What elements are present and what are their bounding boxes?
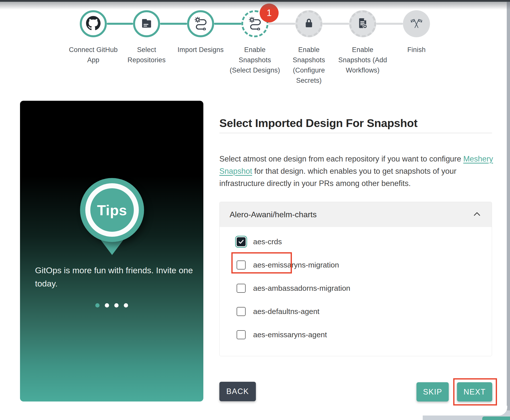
carousel-dot[interactable] <box>114 303 119 308</box>
step-label: Finish <box>407 45 425 55</box>
step-finish: Finish <box>389 10 443 55</box>
design-label: aes-defaultns-agent <box>253 307 319 316</box>
step-label: Connect GitHub App <box>66 45 120 65</box>
design-label: aes-emissaryns-agent <box>253 330 327 339</box>
top-shadow <box>0 2 510 10</box>
description-text: Select atmost one design from each repos… <box>219 153 493 190</box>
document-add-icon <box>357 17 369 30</box>
design-row: aes-defaultns-agent <box>220 300 492 323</box>
carousel-dot[interactable] <box>105 303 109 308</box>
github-icon <box>86 16 101 32</box>
repository-accordion-header[interactable]: Alero-Awani/helm-charts <box>220 202 492 227</box>
step-circle <box>80 10 107 37</box>
folder-icon <box>140 16 153 31</box>
description-before-link: Select atmost one design from each repos… <box>219 154 463 163</box>
title-divider <box>219 133 492 133</box>
step-circle <box>187 10 214 37</box>
lock-icon <box>303 18 315 30</box>
design-label: aes-crds <box>253 238 282 246</box>
tips-message: GitOps is more fun with friends. Invite … <box>35 264 195 290</box>
route-icon <box>248 16 262 31</box>
design-checkbox[interactable] <box>237 330 246 339</box>
tips-pin-ring: Tips <box>85 183 139 237</box>
step-circle <box>133 10 160 37</box>
tips-carousel-panel: Tips GitOps is more fun with friends. In… <box>20 101 203 402</box>
tips-pin-inner: Tips <box>90 188 134 232</box>
step-label: Enable Snapshots (Select Designs) <box>228 45 282 76</box>
skip-button[interactable]: SKIP <box>416 382 449 402</box>
tips-badge-text: Tips <box>97 202 127 218</box>
page-title: Select Imported Design For Snapshot <box>219 117 417 130</box>
step-label: Import Designs <box>178 45 224 55</box>
step-connect-github-app: Connect GitHub App <box>66 10 120 65</box>
wizard-stepper: Connect GitHub App Select Repositories <box>0 0 510 82</box>
back-button[interactable]: BACK <box>219 382 256 401</box>
tips-message-line: today. <box>35 277 195 290</box>
carousel-dot[interactable] <box>124 303 128 308</box>
step-label: Enable Snapshots (Add Workflows) <box>336 45 390 76</box>
design-label: aes-ambassadorns-migration <box>253 284 350 292</box>
step-enable-snapshots-add-workflows: Enable Snapshots (Add Workflows) <box>336 10 390 76</box>
design-row: aes-ambassadorns-migration <box>220 276 492 300</box>
route-icon <box>194 16 208 31</box>
design-checkbox[interactable] <box>237 307 246 316</box>
step-circle <box>403 10 430 37</box>
highlight-annotation-next-button <box>453 378 497 406</box>
design-list: aes-crds aes-emissaryns-migration aes-am… <box>220 227 492 346</box>
tips-pin: Tips <box>80 178 144 242</box>
highlight-annotation-checked-design <box>231 252 292 274</box>
scrollbar-track[interactable] <box>507 0 510 420</box>
carousel-dot-active[interactable] <box>95 303 100 308</box>
step-import-designs: Import Designs <box>174 10 228 55</box>
design-checkbox-checked[interactable] <box>237 237 246 246</box>
teal-bar <box>482 416 510 420</box>
step-select-repositories: Select Repositories <box>120 10 174 65</box>
chevron-up-icon[interactable] <box>473 211 481 218</box>
step-label: Select Repositories <box>120 45 174 65</box>
tips-message-line: GitOps is more fun with friends. Invite … <box>35 264 195 277</box>
carousel-dots <box>20 303 203 308</box>
gitops-setup-wizard: Connect GitHub App Select Repositories <box>0 0 510 420</box>
design-row: aes-crds <box>220 230 492 253</box>
design-checkbox[interactable] <box>237 284 246 293</box>
repository-name: Alero-Awani/helm-charts <box>230 210 317 219</box>
description-after-link: for that design. which enables you to ge… <box>219 167 456 188</box>
top-window-edge <box>0 0 510 2</box>
modal-bottom-corner <box>300 406 507 416</box>
step-enable-snapshots-select-designs: 1 Enable Snapshots (Select Designs) <box>228 10 282 76</box>
step-circle <box>295 10 322 37</box>
step-label: Enable Snapshots (Configure Secrets) <box>282 45 336 86</box>
step-enable-snapshots-configure-secrets: Enable Snapshots (Configure Secrets) <box>282 10 336 86</box>
step-circle <box>349 10 376 37</box>
repository-accordion: Alero-Awani/helm-charts aes-crds aes-emi… <box>219 202 492 356</box>
finish-flags-icon <box>410 17 423 30</box>
design-row: aes-emissaryns-agent <box>220 323 492 346</box>
